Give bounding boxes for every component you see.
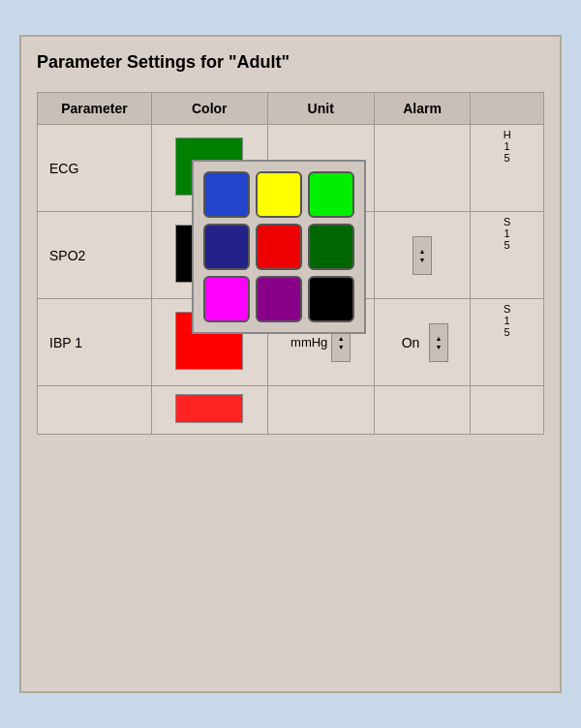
spo2-alarm-cell: ▲ ▼ [374,212,471,299]
color-swatch-darkgreen[interactable] [308,224,354,270]
spo2-alarm-stepper[interactable]: ▲ ▼ [413,236,432,275]
spo2-info-cell: S 1 5 [471,212,544,299]
color-swatch-darkblue[interactable] [203,224,250,270]
partial-label [38,386,152,435]
color-swatch-magenta[interactable] [203,276,250,322]
color-swatch-yellow[interactable] [256,171,302,218]
ibp1-info-cell: S 1 5 [471,299,544,386]
ibp1-unit-text: mmHg [290,335,327,349]
col-header-color: Color [151,93,267,125]
col-header-parameter: Parameter [38,93,152,125]
ibp1-label: IBP 1 [38,299,152,386]
ecg-info-cell: H 1 5 [471,125,544,212]
partial-unit [267,386,374,435]
col-header-alarm: Alarm [374,93,471,125]
color-swatch-purple[interactable] [256,276,302,322]
ibp1-alarm-value: On [396,335,425,350]
ibp1-alarm-cell: On ▲ ▼ [374,299,471,386]
color-picker-popup [192,160,366,334]
main-panel: Parameter Settings for "Adult" Parameter… [19,35,562,693]
col-header-unit: Unit [267,93,374,125]
color-swatch-lime[interactable] [308,171,354,218]
col-header-extra [471,93,544,125]
ibp1-alarm-content: On ▲ ▼ [386,307,459,378]
spo2-alarm-content: ▲ ▼ [386,220,459,290]
ecg-label: ECG [38,125,152,212]
partial-info [471,386,544,435]
ibp1-alarm-stepper[interactable]: ▲ ▼ [429,323,448,362]
table-header-row: Parameter Color Unit Alarm [38,93,544,125]
table-row-partial [38,386,544,435]
panel-title: Parameter Settings for "Adult" [37,52,544,73]
color-swatch-red[interactable] [256,224,302,270]
partial-color [151,386,267,435]
color-swatch-blue[interactable] [203,171,250,218]
ecg-alarm-cell [374,125,471,212]
color-swatch-black[interactable] [308,276,354,322]
partial-alarm [374,386,471,435]
spo2-label: SPO2 [38,212,152,299]
